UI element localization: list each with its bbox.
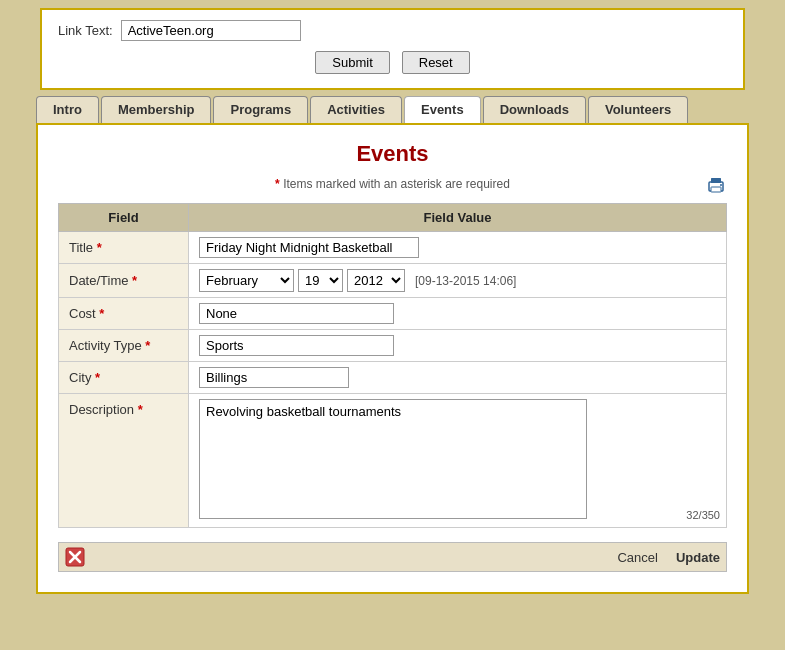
cell-description: 32/350 bbox=[189, 394, 727, 528]
svg-rect-1 bbox=[711, 178, 721, 183]
tab-programs[interactable]: Programs bbox=[213, 96, 308, 123]
activity-input[interactable] bbox=[199, 335, 394, 356]
cell-datetime: January February March April May June Ju… bbox=[189, 264, 727, 298]
month-select[interactable]: January February March April May June Ju… bbox=[199, 269, 294, 292]
tab-membership[interactable]: Membership bbox=[101, 96, 212, 123]
col-value: Field Value bbox=[189, 204, 727, 232]
link-text-row: Link Text: bbox=[58, 20, 301, 41]
submit-button[interactable]: Submit bbox=[315, 51, 389, 74]
row-datetime: Date/Time * January February March April… bbox=[59, 264, 727, 298]
bottom-actions: Cancel Update bbox=[617, 550, 720, 565]
label-description: Description * bbox=[59, 394, 189, 528]
year-select[interactable]: 2010 2011 2012 2013 2014 2015 bbox=[347, 269, 405, 292]
update-button[interactable]: Update bbox=[676, 550, 720, 565]
button-row: Submit Reset bbox=[58, 51, 727, 74]
cell-activity bbox=[189, 330, 727, 362]
row-cost: Cost * bbox=[59, 298, 727, 330]
cell-city bbox=[189, 362, 727, 394]
link-text-label: Link Text: bbox=[58, 23, 113, 38]
req-cost: * bbox=[99, 306, 104, 321]
req-datetime: * bbox=[132, 273, 137, 288]
cancel-button[interactable]: Cancel bbox=[617, 550, 657, 565]
reset-button[interactable]: Reset bbox=[402, 51, 470, 74]
tabs-bar: Intro Membership Programs Activities Eve… bbox=[36, 96, 785, 123]
main-content: Events * Items marked with an asterisk a… bbox=[36, 123, 749, 594]
svg-rect-2 bbox=[711, 187, 721, 192]
label-activity: Activity Type * bbox=[59, 330, 189, 362]
req-description: * bbox=[138, 402, 143, 417]
city-input[interactable] bbox=[199, 367, 349, 388]
row-title: Title * bbox=[59, 232, 727, 264]
tab-downloads[interactable]: Downloads bbox=[483, 96, 586, 123]
day-select[interactable]: 18 19 20 bbox=[298, 269, 343, 292]
tab-intro[interactable]: Intro bbox=[36, 96, 99, 123]
row-description: Description * 32/350 bbox=[59, 394, 727, 528]
date-row: January February March April May June Ju… bbox=[199, 269, 716, 292]
bottom-bar: Cancel Update bbox=[58, 542, 727, 572]
cell-title bbox=[189, 232, 727, 264]
req-title: * bbox=[97, 240, 102, 255]
print-icon[interactable] bbox=[705, 175, 727, 202]
description-textarea[interactable] bbox=[199, 399, 587, 519]
tab-events[interactable]: Events bbox=[404, 96, 481, 123]
label-datetime: Date/Time * bbox=[59, 264, 189, 298]
section-title: Events bbox=[58, 141, 727, 167]
asterisk-symbol: * bbox=[275, 177, 280, 191]
row-city: City * bbox=[59, 362, 727, 394]
row-activity: Activity Type * bbox=[59, 330, 727, 362]
cell-cost bbox=[189, 298, 727, 330]
required-note-text: Items marked with an asterisk are requir… bbox=[283, 177, 510, 191]
char-count: 32/350 bbox=[686, 509, 720, 521]
req-city: * bbox=[95, 370, 100, 385]
required-note: * Items marked with an asterisk are requ… bbox=[58, 177, 727, 191]
tab-activities[interactable]: Activities bbox=[310, 96, 402, 123]
label-city: City * bbox=[59, 362, 189, 394]
label-cost: Cost * bbox=[59, 298, 189, 330]
req-activity: * bbox=[145, 338, 150, 353]
title-input[interactable] bbox=[199, 237, 419, 258]
tab-volunteers[interactable]: Volunteers bbox=[588, 96, 688, 123]
form-table: Field Field Value Title * Date/Time * bbox=[58, 203, 727, 528]
cost-input[interactable] bbox=[199, 303, 394, 324]
link-text-input[interactable] bbox=[121, 20, 301, 41]
top-area: Link Text: Submit Reset bbox=[40, 8, 745, 90]
date-modified: [09-13-2015 14:06] bbox=[415, 274, 516, 288]
col-field: Field bbox=[59, 204, 189, 232]
label-title: Title * bbox=[59, 232, 189, 264]
delete-icon[interactable] bbox=[65, 547, 85, 567]
svg-point-3 bbox=[720, 184, 722, 186]
